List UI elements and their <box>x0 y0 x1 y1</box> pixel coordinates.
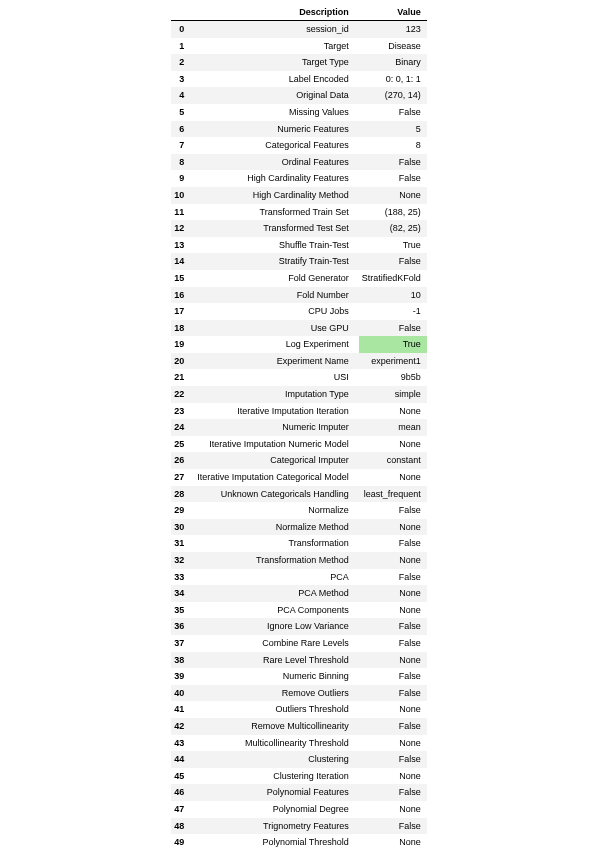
row-description: Ordinal Features <box>194 154 359 171</box>
row-value: None <box>359 801 427 818</box>
row-value: (188, 25) <box>359 204 427 221</box>
table-row: 42Remove MulticollinearityFalse <box>171 718 427 735</box>
table-row: 7Categorical Features8 <box>171 137 427 154</box>
row-index: 5 <box>171 104 194 121</box>
row-index: 4 <box>171 87 194 104</box>
table-row: 4Original Data(270, 14) <box>171 87 427 104</box>
row-index: 32 <box>171 552 194 569</box>
row-value: (82, 25) <box>359 220 427 237</box>
row-index: 46 <box>171 784 194 801</box>
row-value: False <box>359 618 427 635</box>
row-description: session_id <box>194 21 359 38</box>
table-row: 43Multicollinearity ThresholdNone <box>171 735 427 752</box>
table-row: 47Polynomial DegreeNone <box>171 801 427 818</box>
row-value: Disease <box>359 38 427 55</box>
row-value: None <box>359 519 427 536</box>
row-index: 43 <box>171 735 194 752</box>
table-row: 35PCA ComponentsNone <box>171 602 427 619</box>
row-index: 11 <box>171 204 194 221</box>
row-description: USI <box>194 369 359 386</box>
row-index: 25 <box>171 436 194 453</box>
row-index: 2 <box>171 54 194 71</box>
row-value: False <box>359 154 427 171</box>
row-description: Transformed Test Set <box>194 220 359 237</box>
table-row: 44ClusteringFalse <box>171 751 427 768</box>
row-index: 3 <box>171 71 194 88</box>
row-value: None <box>359 187 427 204</box>
row-description: Combine Rare Levels <box>194 635 359 652</box>
row-description: Transformation Method <box>194 552 359 569</box>
row-index: 33 <box>171 569 194 586</box>
table-row: 24Numeric Imputermean <box>171 419 427 436</box>
table-row: 41Outliers ThresholdNone <box>171 701 427 718</box>
table-row: 34PCA MethodNone <box>171 585 427 602</box>
row-index: 27 <box>171 469 194 486</box>
row-description: Ignore Low Variance <box>194 618 359 635</box>
row-description: Categorical Features <box>194 137 359 154</box>
table-row: 16Fold Number10 <box>171 287 427 304</box>
row-value: 10 <box>359 287 427 304</box>
row-value: False <box>359 502 427 519</box>
row-description: Numeric Imputer <box>194 419 359 436</box>
row-index: 48 <box>171 818 194 835</box>
table-row: 25Iterative Imputation Numeric ModelNone <box>171 436 427 453</box>
table-row: 48Trignometry FeaturesFalse <box>171 818 427 835</box>
row-description: Categorical Imputer <box>194 452 359 469</box>
row-index: 10 <box>171 187 194 204</box>
row-description: Unknown Categoricals Handling <box>194 486 359 503</box>
row-value: False <box>359 104 427 121</box>
row-index: 22 <box>171 386 194 403</box>
row-description: Imputation Type <box>194 386 359 403</box>
row-description: Clustering Iteration <box>194 768 359 785</box>
summary-panel: Description Value 0session_id1231TargetD… <box>0 0 598 849</box>
row-index: 15 <box>171 270 194 287</box>
row-description: Remove Multicollinearity <box>194 718 359 735</box>
row-value: None <box>359 436 427 453</box>
row-description: Normalize Method <box>194 519 359 536</box>
row-value: None <box>359 834 427 849</box>
row-value: constant <box>359 452 427 469</box>
row-description: Iterative Imputation Numeric Model <box>194 436 359 453</box>
row-index: 30 <box>171 519 194 536</box>
row-index: 28 <box>171 486 194 503</box>
row-description: Polynomial Degree <box>194 801 359 818</box>
row-index: 1 <box>171 38 194 55</box>
table-row: 6Numeric Features5 <box>171 121 427 138</box>
row-description: Original Data <box>194 87 359 104</box>
row-description: Shuffle Train-Test <box>194 237 359 254</box>
row-value: None <box>359 701 427 718</box>
row-description: Label Encoded <box>194 71 359 88</box>
table-row: 12Transformed Test Set(82, 25) <box>171 220 427 237</box>
row-index: 20 <box>171 353 194 370</box>
row-description: Fold Number <box>194 287 359 304</box>
table-row: 38Rare Level ThresholdNone <box>171 652 427 669</box>
table-row: 33PCAFalse <box>171 569 427 586</box>
table-row: 20Experiment Nameexperiment1 <box>171 353 427 370</box>
row-value: True <box>359 237 427 254</box>
row-index: 6 <box>171 121 194 138</box>
row-value: (270, 14) <box>359 87 427 104</box>
row-description: Polynomial Features <box>194 784 359 801</box>
row-value: False <box>359 569 427 586</box>
row-value: Binary <box>359 54 427 71</box>
table-row: 9High Cardinality FeaturesFalse <box>171 170 427 187</box>
row-value: None <box>359 652 427 669</box>
row-value: None <box>359 768 427 785</box>
row-index: 19 <box>171 336 194 353</box>
row-index: 12 <box>171 220 194 237</box>
row-description: Iterative Imputation Iteration <box>194 403 359 420</box>
row-description: Normalize <box>194 502 359 519</box>
row-value: simple <box>359 386 427 403</box>
table-row: 45Clustering IterationNone <box>171 768 427 785</box>
row-index: 18 <box>171 320 194 337</box>
summary-table: Description Value 0session_id1231TargetD… <box>171 4 427 849</box>
row-description: CPU Jobs <box>194 303 359 320</box>
row-value: 0: 0, 1: 1 <box>359 71 427 88</box>
row-value: 5 <box>359 121 427 138</box>
row-description: Target Type <box>194 54 359 71</box>
table-row: 21USI9b5b <box>171 369 427 386</box>
row-index: 13 <box>171 237 194 254</box>
row-index: 38 <box>171 652 194 669</box>
row-description: Trignometry Features <box>194 818 359 835</box>
row-value: None <box>359 602 427 619</box>
